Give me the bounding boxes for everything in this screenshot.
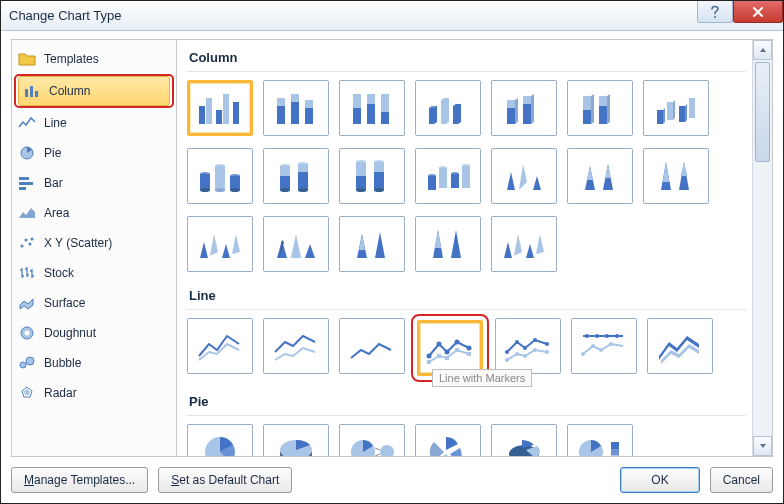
svg-rect-55 [374,172,384,190]
chart-pie[interactable] [187,424,253,456]
set-default-button[interactable]: Set as Default Chart [158,467,292,493]
svg-rect-50 [356,162,366,176]
sidebar-item-pie[interactable]: Pie [12,138,176,168]
svg-point-83 [533,348,537,352]
svg-rect-25 [305,100,313,108]
svg-point-40 [230,188,240,192]
chart-3d-cone[interactable] [187,216,253,272]
chart-clustered-column[interactable] [187,80,253,136]
svg-rect-101 [611,442,619,449]
cancel-button[interactable]: Cancel [710,467,773,493]
svg-point-78 [533,338,537,342]
chart-pie-of-pie[interactable] [339,424,405,456]
sidebar-item-templates[interactable]: Templates [12,44,176,74]
help-button[interactable] [697,1,733,23]
scroll-down-button[interactable] [753,436,772,456]
chart-clustered-cylinder[interactable] [187,148,253,204]
chart-stacked-cylinder[interactable] [263,148,329,204]
svg-rect-33 [200,174,210,190]
chart-line-markers[interactable]: Line with Markers [417,320,483,376]
svg-point-52 [356,188,366,192]
sidebar-item-label: Bubble [44,356,81,370]
sidebar-item-area[interactable]: Area [12,198,176,228]
chart-clustered-pyramid[interactable] [263,216,329,272]
svg-point-89 [581,352,585,356]
svg-point-81 [515,352,519,356]
chart-bar-of-pie[interactable] [567,424,633,456]
svg-point-9 [29,243,32,246]
chart-100-stacked-cylinder[interactable] [339,148,405,204]
svg-point-92 [609,342,613,346]
area-icon [18,205,36,221]
scrollbar-thumb[interactable] [755,62,770,162]
folder-icon [18,51,36,67]
sidebar-item-stock[interactable]: Stock [12,258,176,288]
sidebar-item-label: Surface [44,296,85,310]
chart-3d-cylinder[interactable] [415,148,481,204]
dialog-title: Change Chart Type [9,8,697,23]
sidebar-item-bar[interactable]: Bar [12,168,176,198]
svg-rect-39 [230,176,240,190]
svg-rect-72 [445,356,449,360]
svg-rect-1 [30,86,33,97]
chart-3d-line[interactable] [647,318,713,374]
chart-stacked-pyramid[interactable] [339,216,405,272]
chart-stacked-line-markers[interactable] [495,318,561,374]
sidebar-item-surface[interactable]: Surface [12,288,176,318]
svg-rect-16 [206,98,212,124]
chart-100-stacked-line[interactable] [339,318,405,374]
chart-3d-column[interactable] [643,80,709,136]
chart-exploded-3d-pie[interactable] [491,424,557,456]
chart-clustered-cone[interactable] [491,148,557,204]
close-button[interactable] [733,1,783,23]
sidebar-item-line[interactable]: Line [12,108,176,138]
svg-rect-46 [298,164,308,172]
svg-point-87 [605,334,609,338]
svg-rect-18 [223,94,229,124]
sidebar-item-doughnut[interactable]: Doughnut [12,318,176,348]
chart-stacked-line[interactable] [263,318,329,374]
sidebar-item-label: Radar [44,386,77,400]
section-heading-line: Line [187,284,746,310]
chart-stacked-column[interactable] [263,80,329,136]
chart-100-stacked-cone[interactable] [643,148,709,204]
chart-3d-pyramid[interactable] [491,216,557,272]
svg-rect-0 [25,89,28,97]
column-icon [23,83,41,99]
chart-100-stacked-line-markers[interactable] [571,318,637,374]
svg-point-14 [26,357,34,365]
manage-templates-button[interactable]: Manage Templates... [11,467,148,493]
svg-rect-19 [233,102,239,124]
chart-line[interactable] [187,318,253,374]
category-sidebar: Templates Column Line Pie Bar [12,40,177,456]
svg-point-76 [515,340,519,344]
scrollbar[interactable] [752,40,772,456]
chart-3d-stacked-column[interactable] [491,80,557,136]
sidebar-item-label: Bar [44,176,63,190]
chart-100-stacked-column[interactable] [339,80,405,136]
svg-point-77 [523,346,527,350]
ok-button[interactable]: OK [620,467,699,493]
chart-3d-clustered-column[interactable] [415,80,481,136]
chart-exploded-pie[interactable] [415,424,481,456]
svg-point-75 [505,350,509,354]
svg-rect-5 [19,182,33,185]
svg-rect-102 [611,449,619,455]
section-heading-column: Column [187,46,746,72]
sidebar-item-scatter[interactable]: X Y (Scatter) [12,228,176,258]
scroll-up-button[interactable] [753,40,772,60]
svg-rect-60 [439,168,447,188]
sidebar-item-bubble[interactable]: Bubble [12,348,176,378]
svg-rect-47 [298,172,308,190]
sidebar-item-column[interactable]: Column [18,76,170,106]
svg-point-84 [545,350,549,354]
sidebar-item-radar[interactable]: Radar [12,378,176,408]
chart-3d-pie[interactable] [263,424,329,456]
section-heading-pie: Pie [187,390,746,416]
chart-stacked-cone[interactable] [567,148,633,204]
svg-point-69 [467,346,472,351]
sidebar-item-label: Area [44,206,69,220]
svg-rect-20 [277,106,285,124]
chart-3d-100-stacked-column[interactable] [567,80,633,136]
chart-100-stacked-pyramid[interactable] [415,216,481,272]
